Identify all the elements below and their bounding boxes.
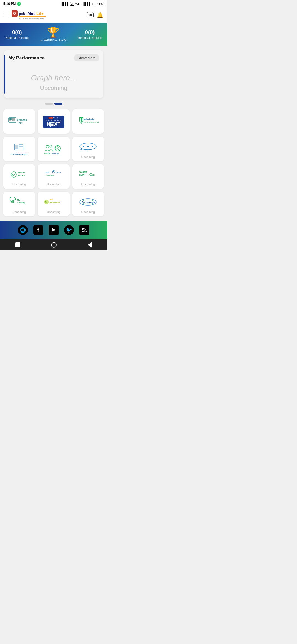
status-bar: 5:16 PM ✓ ▐▌▌▌ Vo WiFi ▐▌▌▌ ⊙ 41% <box>0 0 107 8</box>
svg-rect-9 <box>9 120 11 121</box>
svg-text:Smart: Smart <box>79 148 87 151</box>
performance-card: My Performance Show More Graph here... U… <box>4 50 103 98</box>
app-myearnings[interactable]: $ MY EARNINGS Upcoming <box>38 192 69 216</box>
national-ranking-value: 0(0) <box>6 29 29 36</box>
logo-top: Q pnb Met Life Milkar life aage badhorei… <box>12 10 47 20</box>
show-more-button[interactable]: Show More <box>74 54 99 61</box>
myactivity-upcoming-label: Upcoming <box>12 210 26 214</box>
smartsupport-upcoming-label: Upcoming <box>81 183 95 186</box>
national-ranking: 0(0) National Ranking <box>6 29 29 39</box>
social-facebook-icon[interactable]: f <box>33 225 43 235</box>
graph-area: Graph here... Upcoming <box>8 66 99 94</box>
svg-rect-52 <box>12 200 13 203</box>
svg-marker-17 <box>81 118 82 122</box>
myearnings-logo-svg: $ MY EARNINGS <box>44 197 64 207</box>
social-twitter-icon[interactable]: 🐦 <box>64 225 74 235</box>
myearnings-logo: $ MY EARNINGS <box>40 195 67 209</box>
smart-logo: Smart <box>75 140 102 154</box>
svg-point-36 <box>92 146 93 147</box>
regional-ranking-value: 0(0) <box>78 29 102 36</box>
app-myactivity[interactable]: My Activity Upcoming <box>3 192 35 216</box>
graph-placeholder: Graph here... <box>8 73 99 82</box>
svg-point-34 <box>83 146 84 147</box>
app-smartsupport[interactable]: SMART SUPP RT Upcoming <box>72 164 104 189</box>
app-pathshala[interactable]: athshala LEARNING ACADEMY <box>72 109 104 134</box>
svg-rect-51 <box>11 201 12 203</box>
svg-text:MY: MY <box>50 198 53 201</box>
smartrecruit-logo: Smart recruit <box>40 140 67 159</box>
nav-back-button[interactable] <box>87 242 92 248</box>
status-time: 5:16 PM <box>3 2 16 6</box>
svg-point-35 <box>87 146 89 147</box>
nav-circle-button[interactable] <box>51 242 57 248</box>
ebranchnxt-logo: e branch Nxt <box>6 113 33 131</box>
svg-text:3-converse: 3-converse <box>82 201 95 204</box>
svg-text:Life: Life <box>36 11 44 16</box>
social-youtube-icon[interactable]: YouTube <box>79 225 89 235</box>
app-dashboard[interactable]: DASHBOARD <box>3 137 35 161</box>
font-size-button[interactable]: आ <box>87 12 94 18</box>
svg-text:cust: cust <box>45 171 50 173</box>
performance-title: My Performance <box>8 55 45 61</box>
metpremium-logo: pnb MetLife Met Premium N⊞XT <box>40 113 67 131</box>
app-smart[interactable]: Smart Upcoming <box>72 137 104 161</box>
nav-back-icon <box>87 242 92 248</box>
svg-text:recruit: recruit <box>52 152 59 155</box>
dot-1[interactable] <box>45 103 53 105</box>
apps-grid: e branch Nxt pnb MetLife Met Premium N⊞X… <box>0 109 107 216</box>
myactivity-logo-svg: My Activity <box>9 197 29 207</box>
nav-home-button[interactable] <box>15 242 20 247</box>
svg-text:RT: RT <box>92 174 95 176</box>
svg-text:SALES: SALES <box>18 174 25 177</box>
svg-rect-10 <box>12 118 15 119</box>
svg-text:My: My <box>17 199 20 201</box>
svg-point-43 <box>53 171 54 172</box>
carousel-dots <box>0 103 107 105</box>
nav-circle-icon <box>51 242 57 248</box>
svg-rect-11 <box>12 119 15 120</box>
app-smartsales[interactable]: SMART SALES Upcoming <box>3 164 35 189</box>
svg-point-48 <box>90 173 92 176</box>
app-smartrecruit[interactable]: Smart recruit <box>38 137 69 161</box>
smart-upcoming-label: Upcoming <box>81 155 95 159</box>
app-metpremium[interactable]: pnb MetLife Met Premium N⊞XT <box>38 109 69 134</box>
notification-bell-icon[interactable]: 🔔 <box>97 12 103 18</box>
dot-2[interactable] <box>54 103 62 105</box>
svg-text:Activity: Activity <box>17 201 25 204</box>
myearnings-upcoming-label: Upcoming <box>47 210 61 214</box>
converse-logo-svg: 3-converse <box>78 197 98 207</box>
svg-text:EARNINGS: EARNINGS <box>50 201 60 203</box>
svg-marker-50 <box>14 198 16 200</box>
svg-rect-8 <box>9 118 12 120</box>
header-left: ☰ Q pnb Met Life Milkar life aage badhor… <box>4 10 47 20</box>
svg-point-38 <box>11 172 16 177</box>
performance-upcoming-label: Upcoming <box>8 84 99 92</box>
logo-container: Q pnb Met Life Milkar life aage badhorei… <box>12 10 47 20</box>
status-icons: ▐▌▌▌ Vo WiFi ▐▌▌▌ ⊙ 41% <box>61 2 104 6</box>
svg-text:$: $ <box>45 201 47 204</box>
app-converse[interactable]: 3-converse Upcoming <box>72 192 104 216</box>
svg-point-29 <box>56 146 58 149</box>
hamburger-menu[interactable]: ☰ <box>4 12 9 18</box>
smartsales-logo: SMART SALES <box>6 168 33 181</box>
wifi-icon: WiFi <box>75 2 81 6</box>
svg-text:Met: Met <box>28 11 35 16</box>
app-ebranchnxt[interactable]: e branch Nxt <box>3 109 35 134</box>
svg-point-26 <box>46 145 49 148</box>
social-linkedin-icon[interactable]: in <box>49 225 59 235</box>
header: ☰ Q pnb Met Life Milkar life aage badhor… <box>0 8 107 23</box>
svg-point-27 <box>50 145 52 147</box>
social-globe-icon[interactable]: 🌐 <box>18 225 28 235</box>
app-customers[interactable]: cust mers Customers Upcoming <box>38 164 69 189</box>
svg-text:Q: Q <box>13 11 16 15</box>
dashboard-icon-svg <box>14 144 24 151</box>
myactivity-logo: My Activity <box>6 195 33 209</box>
bottom-nav <box>0 239 107 250</box>
smartsales-logo-svg: SMART SALES <box>9 170 29 179</box>
smartsales-upcoming-label: Upcoming <box>12 183 26 186</box>
converse-logo: 3-converse <box>75 195 102 209</box>
customers-upcoming-label: Upcoming <box>47 183 61 186</box>
smartsupport-logo: SMART SUPP RT <box>75 168 102 181</box>
svg-text:pnb: pnb <box>19 12 25 16</box>
performance-header: My Performance Show More <box>8 54 99 61</box>
